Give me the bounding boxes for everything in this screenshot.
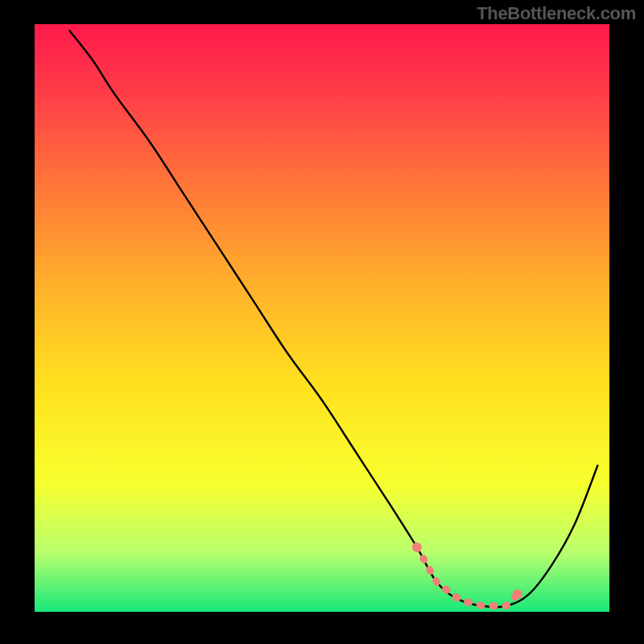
optimal-zone-endpoint — [513, 589, 522, 599]
plot-background — [35, 24, 609, 612]
optimal-zone-endpoint — [412, 543, 422, 552]
chart-svg — [0, 0, 644, 644]
chart-frame: TheBottleneck.com — [0, 0, 644, 644]
